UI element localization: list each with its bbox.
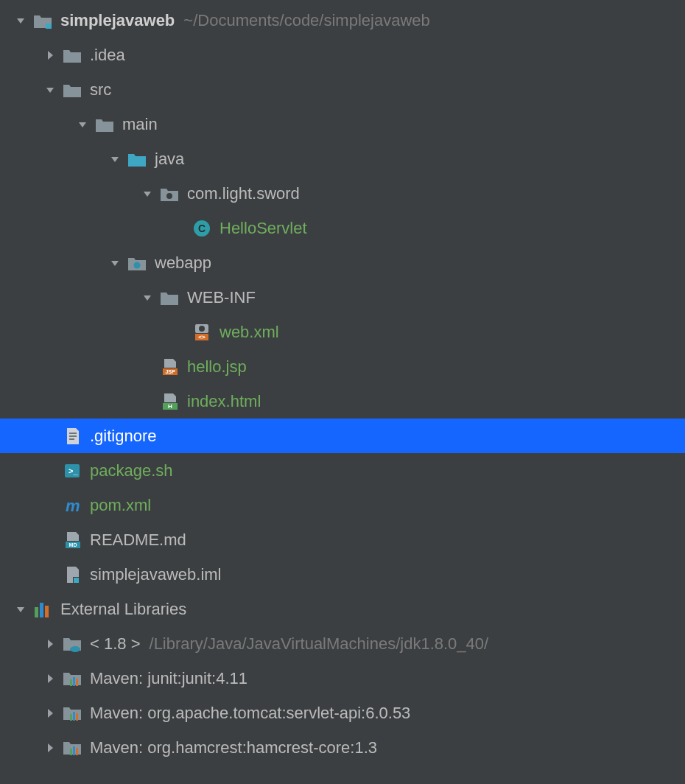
tree-item-maven-junit[interactable]: Maven: junit:junit:4.11 [0, 661, 685, 696]
maven-file-icon: m [62, 495, 82, 516]
package-icon [159, 183, 180, 204]
tree-item-maven-tomcat[interactable]: Maven: org.apache.tomcat:servlet-api:6.0… [0, 696, 685, 730]
chevron-down-icon [13, 13, 28, 28]
tree-item-label: README.md [90, 531, 186, 550]
svg-text:C: C [198, 223, 206, 234]
chevron-down-icon [13, 602, 28, 617]
chevron-down-icon [108, 256, 122, 270]
xml-config-icon: <> [192, 322, 212, 343]
project-tree: simplejavaweb ~/Documents/code/simplejav… [0, 0, 685, 765]
svg-text:H: H [168, 403, 172, 410]
tree-item-label: web.xml [219, 323, 279, 342]
chevron-down-icon [140, 186, 155, 201]
tree-item-label: External Libraries [60, 600, 186, 619]
tree-item-idea-folder[interactable]: .idea [0, 38, 685, 72]
tree-item-main-folder[interactable]: main [0, 107, 685, 141]
module-folder-icon [32, 10, 53, 31]
svg-rect-33 [70, 749, 72, 755]
tree-item-external-libraries[interactable]: External Libraries [0, 592, 685, 626]
tree-item-label: src [90, 80, 111, 99]
html-file-icon: H [159, 391, 180, 412]
library-folder-icon [62, 668, 82, 689]
shell-script-icon: >_ [62, 461, 82, 481]
tree-item-path: ~/Documents/code/simplejavaweb [183, 11, 429, 30]
tree-item-readme[interactable]: MD README.md [0, 522, 685, 557]
svg-rect-31 [73, 712, 75, 721]
svg-text:m: m [66, 497, 80, 515]
tree-item-path: /Library/Java/JavaVirtualMachines/jdk1.8… [150, 634, 489, 654]
jdk-folder-icon [62, 634, 82, 654]
tree-item-jdk[interactable]: < 1.8 > /Library/Java/JavaVirtualMachine… [0, 626, 685, 661]
svg-text:<>: <> [198, 334, 206, 340]
svg-point-6 [199, 326, 205, 332]
svg-rect-13 [69, 433, 77, 434]
svg-text:>_: >_ [68, 466, 78, 475]
tree-item-web-xml[interactable]: <> web.xml [0, 315, 685, 349]
source-folder-icon [127, 149, 147, 169]
svg-text:MD: MD [69, 542, 77, 547]
tree-item-label: Maven: org.hamcrest:hamcrest-core:1.3 [90, 738, 377, 757]
tree-item-label: hello.jsp [187, 357, 247, 377]
chevron-down-icon [108, 152, 122, 167]
library-folder-icon [62, 738, 82, 758]
tree-item-java-folder[interactable]: java [0, 141, 685, 176]
chevron-down-icon [75, 117, 90, 132]
library-folder-icon [62, 703, 82, 724]
web-folder-icon [127, 253, 147, 273]
tree-item-label: simplejavaweb.iml [90, 565, 222, 584]
svg-rect-15 [69, 438, 74, 440]
svg-rect-28 [73, 677, 75, 686]
tree-item-label: WEB-INF [187, 288, 256, 307]
markdown-file-icon: MD [62, 530, 82, 550]
svg-point-26 [70, 646, 80, 652]
svg-rect-29 [76, 679, 78, 686]
tree-item-gitignore[interactable]: .gitignore [0, 419, 685, 453]
folder-icon [159, 287, 180, 308]
folder-icon [62, 45, 82, 66]
tree-item-label: .gitignore [90, 427, 157, 446]
svg-rect-14 [69, 435, 77, 437]
svg-rect-24 [40, 603, 43, 617]
tree-item-web-inf-folder[interactable]: WEB-INF [0, 280, 685, 315]
tree-item-hello-jsp[interactable]: JSP hello.jsp [0, 349, 685, 384]
svg-rect-22 [74, 578, 79, 583]
svg-rect-35 [76, 748, 78, 755]
folder-icon [62, 80, 82, 100]
svg-rect-30 [70, 714, 72, 721]
libraries-icon [32, 599, 53, 620]
tree-item-label: package.sh [90, 461, 173, 480]
tree-item-iml[interactable]: simplejavaweb.iml [0, 557, 685, 592]
tree-item-project-root[interactable]: simplejavaweb ~/Documents/code/simplejav… [0, 3, 685, 38]
svg-rect-32 [76, 713, 78, 721]
svg-point-1 [166, 193, 172, 199]
tree-item-package[interactable]: com.light.sword [0, 176, 685, 211]
tree-item-webapp-folder[interactable]: webapp [0, 245, 685, 280]
chevron-right-icon [43, 48, 57, 63]
svg-point-4 [134, 262, 141, 268]
tree-item-label: Maven: org.apache.tomcat:servlet-api:6.0… [90, 704, 410, 723]
tree-item-package-sh[interactable]: >_ package.sh [0, 453, 685, 488]
chevron-right-icon [43, 637, 57, 651]
svg-rect-0 [46, 24, 52, 29]
java-class-icon: C [192, 218, 212, 239]
folder-icon [94, 114, 115, 135]
chevron-down-icon [43, 83, 57, 97]
tree-item-label: Maven: junit:junit:4.11 [90, 669, 247, 688]
tree-item-label: webapp [155, 253, 211, 273]
tree-item-label: .idea [90, 46, 125, 65]
svg-rect-25 [45, 606, 49, 617]
tree-item-label: pom.xml [90, 496, 151, 515]
tree-item-maven-hamcrest[interactable]: Maven: org.hamcrest:hamcrest-core:1.3 [0, 730, 685, 765]
chevron-right-icon [43, 671, 57, 686]
tree-item-label: java [155, 150, 184, 169]
tree-item-label: com.light.sword [187, 184, 300, 203]
tree-item-index-html[interactable]: H index.html [0, 384, 685, 419]
tree-item-pom-xml[interactable]: m pom.xml [0, 488, 685, 522]
tree-item-hello-servlet[interactable]: C HelloServlet [0, 211, 685, 245]
tree-item-src-folder[interactable]: src [0, 72, 685, 107]
tree-item-label: HelloServlet [219, 219, 307, 238]
tree-item-label: index.html [187, 392, 261, 411]
svg-text:JSP: JSP [165, 369, 175, 374]
tree-item-label: simplejavaweb [60, 11, 175, 30]
text-file-icon [62, 426, 82, 447]
